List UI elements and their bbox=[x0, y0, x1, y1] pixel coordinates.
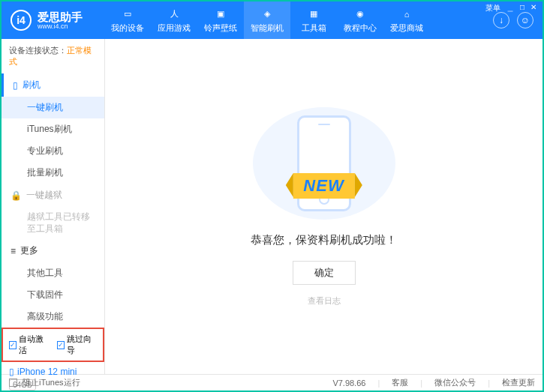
sidebar-section-more[interactable]: ≡更多 bbox=[2, 239, 104, 262]
wechat-link[interactable]: 微信公众号 bbox=[434, 377, 476, 388]
maximize-icon[interactable]: □ bbox=[520, 3, 524, 13]
service-link[interactable]: 客服 bbox=[392, 377, 408, 388]
top-right-controls: ↓ ☺ bbox=[493, 12, 533, 28]
nav-label: 我的设备 bbox=[111, 22, 144, 34]
download-icon[interactable]: ↓ bbox=[493, 12, 509, 28]
sidebar-item-itunes-flash[interactable]: iTunes刷机 bbox=[2, 118, 104, 140]
sidebar-item-other-tools[interactable]: 其他工具 bbox=[2, 262, 104, 284]
top-bar: i4 爱思助手 www.i4.cn ▭我的设备 人应用游戏 ▣铃声壁纸 ◈智能刷… bbox=[2, 1, 542, 39]
apps-icon: 人 bbox=[167, 7, 181, 21]
nav-tutorial[interactable]: ◉教程中心 bbox=[337, 1, 383, 39]
toolbox-icon: ▦ bbox=[307, 7, 320, 21]
checkbox-label: 自动激活 bbox=[19, 334, 49, 356]
sidebar-jailbreak-note: 越狱工具已转移至工具箱 bbox=[2, 207, 104, 239]
store-icon: ⌂ bbox=[400, 7, 413, 21]
checkmark-icon: ✓ bbox=[9, 341, 17, 349]
wallpaper-icon: ▣ bbox=[214, 7, 227, 21]
nav-label: 教程中心 bbox=[344, 22, 377, 34]
connection-status: 设备连接状态：正常模式 bbox=[2, 39, 104, 73]
checkbox-block-itunes[interactable]: 阻止iTunes运行 bbox=[9, 377, 80, 388]
main-content: NEW 恭喜您，保资料刷机成功啦！ 确定 查看日志 bbox=[105, 39, 542, 374]
checkbox-auto-activate[interactable]: ✓自动激活 bbox=[9, 334, 50, 356]
sidebar-item-batch-flash[interactable]: 批量刷机 bbox=[2, 162, 104, 184]
nav-my-device[interactable]: ▭我的设备 bbox=[104, 1, 151, 39]
success-message: 恭喜您，保资料刷机成功啦！ bbox=[251, 233, 397, 247]
sidebar-item-oneclick-flash[interactable]: 一键刷机 bbox=[2, 97, 104, 118]
device-name: ▯iPhone 12 mini bbox=[9, 367, 97, 377]
nav-label: 智能刷机 bbox=[251, 22, 284, 34]
ok-button[interactable]: 确定 bbox=[293, 261, 356, 285]
phone-icon: ▭ bbox=[121, 7, 134, 21]
sidebar-item-download-firmware[interactable]: 下载固件 bbox=[2, 284, 104, 306]
hamburger-icon: ≡ bbox=[11, 246, 16, 256]
check-update-link[interactable]: 检查更新 bbox=[502, 377, 535, 388]
checkbox-label: 跳过向导 bbox=[67, 334, 97, 356]
app-name: 爱思助手 bbox=[38, 11, 83, 22]
top-nav: ▭我的设备 人应用游戏 ▣铃声壁纸 ◈智能刷机 ▦工具箱 ◉教程中心 ⌂爱思商城 bbox=[104, 1, 493, 39]
sidebar: 设备连接状态：正常模式 ▯刷机 一键刷机 iTunes刷机 专业刷机 批量刷机 … bbox=[2, 39, 105, 374]
section-label: 刷机 bbox=[23, 79, 41, 91]
sidebar-section-flash[interactable]: ▯刷机 bbox=[2, 73, 104, 97]
nav-label: 铃声壁纸 bbox=[204, 22, 237, 34]
close-icon[interactable]: ✕ bbox=[530, 3, 536, 13]
nav-toolbox[interactable]: ▦工具箱 bbox=[290, 1, 337, 39]
section-label: 更多 bbox=[20, 244, 38, 257]
nav-store[interactable]: ⌂爱思商城 bbox=[383, 1, 430, 39]
phone-icon: ▯ bbox=[13, 80, 18, 91]
section-label: 一键越狱 bbox=[26, 189, 62, 202]
view-log-link[interactable]: 查看日志 bbox=[308, 295, 341, 307]
lock-icon: 🔒 bbox=[11, 190, 22, 201]
checkbox-highlighted-area: ✓自动激活 ✓跳过向导 bbox=[2, 328, 104, 362]
checkbox-label: 阻止iTunes运行 bbox=[23, 377, 80, 388]
sidebar-section-jailbreak[interactable]: 🔒一键越狱 bbox=[2, 184, 104, 207]
checkbox-skip-guide[interactable]: ✓跳过向导 bbox=[57, 334, 98, 356]
version-label: V7.98.66 bbox=[332, 379, 365, 388]
phone-icon: ▯ bbox=[9, 367, 14, 377]
nav-label: 工具箱 bbox=[302, 22, 326, 34]
nav-wallpaper[interactable]: ▣铃声壁纸 bbox=[197, 1, 244, 39]
logo-icon: i4 bbox=[11, 10, 32, 31]
new-ribbon: NEW bbox=[293, 173, 354, 199]
checkmark-icon: ✓ bbox=[57, 341, 65, 349]
nav-flash[interactable]: ◈智能刷机 bbox=[244, 1, 290, 39]
app-url: www.i4.cn bbox=[38, 22, 83, 30]
nav-label: 应用游戏 bbox=[158, 22, 191, 34]
success-illustration: NEW bbox=[253, 107, 395, 220]
sidebar-item-pro-flash[interactable]: 专业刷机 bbox=[2, 140, 104, 162]
nav-apps[interactable]: 人应用游戏 bbox=[151, 1, 197, 39]
minimize-icon[interactable]: ＿ bbox=[506, 3, 514, 13]
tutorial-icon: ◉ bbox=[353, 7, 367, 21]
status-label: 设备连接状态： bbox=[9, 46, 67, 55]
window-controls: 菜单 ＿ □ ✕ bbox=[485, 3, 536, 13]
checkbox-icon bbox=[9, 379, 17, 387]
nav-label: 爱思商城 bbox=[390, 22, 423, 34]
sidebar-item-advanced[interactable]: 高级功能 bbox=[2, 306, 104, 328]
flash-icon: ◈ bbox=[260, 7, 274, 21]
logo-area: i4 爱思助手 www.i4.cn bbox=[11, 10, 104, 31]
user-icon[interactable]: ☺ bbox=[517, 12, 533, 28]
menu-icon[interactable]: 菜单 bbox=[485, 3, 500, 13]
